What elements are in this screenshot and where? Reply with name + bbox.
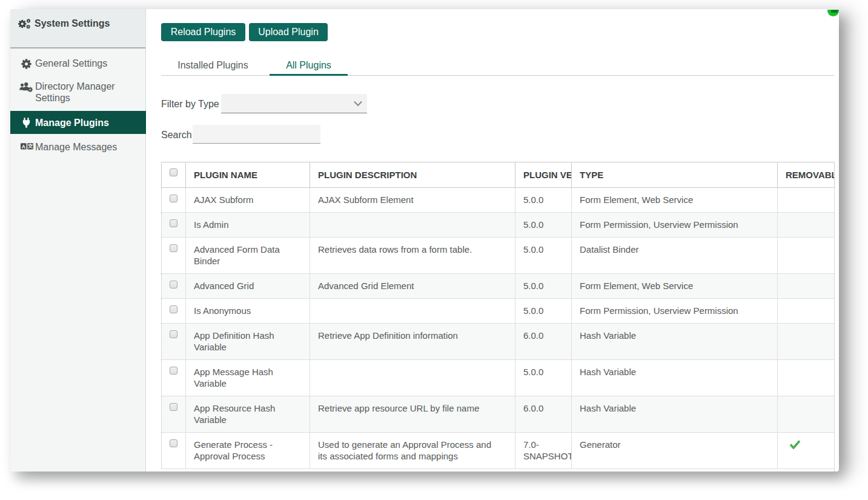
svg-text:A: A xyxy=(22,144,25,150)
